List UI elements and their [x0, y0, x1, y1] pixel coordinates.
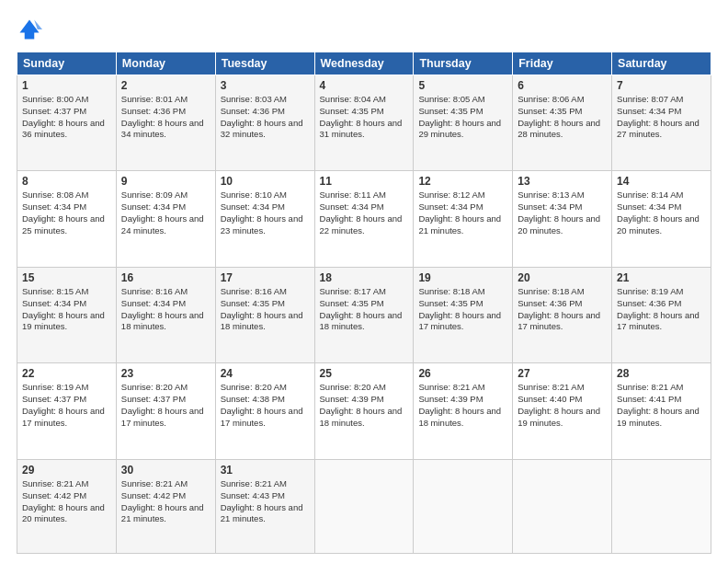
- sunrise-label: Sunrise: 8:17 AM: [320, 286, 386, 296]
- day-number: 13: [518, 175, 607, 188]
- cell-info: Sunrise: 8:18 AM Sunset: 4:36 PM Dayligh…: [518, 286, 607, 333]
- sunset-label: Sunset: 4:36 PM: [121, 106, 186, 116]
- day-number: 14: [617, 175, 706, 188]
- daylight-label: Daylight: 8 hours and 31 minutes.: [320, 118, 403, 140]
- sunrise-label: Sunrise: 8:03 AM: [221, 94, 287, 104]
- sunset-label: Sunset: 4:34 PM: [121, 298, 186, 308]
- calendar-cell: 12 Sunrise: 8:12 AM Sunset: 4:34 PM Dayl…: [414, 171, 513, 267]
- sunrise-label: Sunrise: 8:21 AM: [617, 382, 683, 392]
- cell-info: Sunrise: 8:09 AM Sunset: 4:34 PM Dayligh…: [121, 190, 210, 236]
- calendar-cell: 9 Sunrise: 8:09 AM Sunset: 4:34 PM Dayli…: [116, 171, 215, 267]
- sunrise-label: Sunrise: 8:19 AM: [22, 382, 88, 392]
- daylight-label: Daylight: 8 hours and 22 minutes.: [320, 213, 403, 236]
- cell-info: Sunrise: 8:16 AM Sunset: 4:34 PM Dayligh…: [121, 286, 210, 333]
- calendar-cell: 8 Sunrise: 8:08 AM Sunset: 4:34 PM Dayli…: [17, 171, 117, 267]
- calendar-cell: 24 Sunrise: 8:20 AM Sunset: 4:38 PM Dayl…: [215, 363, 314, 459]
- day-number: 7: [617, 79, 706, 92]
- sunset-label: Sunset: 4:42 PM: [22, 490, 86, 500]
- sunrise-label: Sunrise: 8:21 AM: [121, 478, 188, 488]
- sunset-label: Sunset: 4:39 PM: [320, 394, 384, 404]
- cell-info: Sunrise: 8:14 AM Sunset: 4:34 PM Dayligh…: [617, 190, 706, 236]
- cell-info: Sunrise: 8:20 AM Sunset: 4:38 PM Dayligh…: [221, 382, 310, 429]
- cell-info: Sunrise: 8:21 AM Sunset: 4:40 PM Dayligh…: [518, 382, 607, 429]
- weekday-header-monday: Monday: [116, 52, 215, 75]
- sunrise-label: Sunrise: 8:11 AM: [320, 190, 386, 200]
- daylight-label: Daylight: 8 hours and 28 minutes.: [518, 118, 600, 140]
- cell-info: Sunrise: 8:21 AM Sunset: 4:39 PM Dayligh…: [418, 382, 507, 429]
- calendar-cell: 19 Sunrise: 8:18 AM Sunset: 4:35 PM Dayl…: [414, 267, 513, 362]
- sunrise-label: Sunrise: 8:21 AM: [221, 478, 287, 488]
- cell-info: Sunrise: 8:08 AM Sunset: 4:34 PM Dayligh…: [22, 190, 111, 236]
- calendar-cell: 15 Sunrise: 8:15 AM Sunset: 4:34 PM Dayl…: [17, 267, 117, 362]
- sunset-label: Sunset: 4:34 PM: [617, 201, 681, 212]
- calendar-cell: 20 Sunrise: 8:18 AM Sunset: 4:36 PM Dayl…: [513, 267, 612, 362]
- daylight-label: Daylight: 8 hours and 20 minutes.: [617, 213, 700, 236]
- day-number: 16: [121, 271, 210, 284]
- sunset-label: Sunset: 4:37 PM: [22, 394, 86, 404]
- cell-info: Sunrise: 8:15 AM Sunset: 4:34 PM Dayligh…: [22, 286, 111, 333]
- calendar-cell: 18 Sunrise: 8:17 AM Sunset: 4:35 PM Dayl…: [314, 267, 414, 362]
- cell-info: Sunrise: 8:20 AM Sunset: 4:37 PM Dayligh…: [121, 382, 210, 429]
- calendar-cell: [513, 459, 612, 553]
- sunrise-label: Sunrise: 8:05 AM: [418, 94, 484, 104]
- sunrise-label: Sunrise: 8:21 AM: [518, 382, 584, 392]
- sunset-label: Sunset: 4:39 PM: [418, 394, 483, 404]
- sunrise-label: Sunrise: 8:16 AM: [121, 286, 188, 296]
- calendar-cell: 25 Sunrise: 8:20 AM Sunset: 4:39 PM Dayl…: [314, 363, 414, 459]
- sunset-label: Sunset: 4:37 PM: [22, 106, 86, 116]
- sunset-label: Sunset: 4:34 PM: [418, 201, 483, 212]
- sunrise-label: Sunrise: 8:07 AM: [617, 94, 683, 104]
- cell-info: Sunrise: 8:11 AM Sunset: 4:34 PM Dayligh…: [320, 190, 409, 236]
- sunset-label: Sunset: 4:37 PM: [121, 394, 186, 404]
- daylight-label: Daylight: 8 hours and 25 minutes.: [22, 213, 105, 236]
- daylight-label: Daylight: 8 hours and 27 minutes.: [617, 118, 700, 140]
- daylight-label: Daylight: 8 hours and 20 minutes.: [22, 502, 105, 524]
- sunset-label: Sunset: 4:42 PM: [121, 490, 186, 500]
- calendar-cell: 3 Sunrise: 8:03 AM Sunset: 4:36 PM Dayli…: [215, 75, 314, 171]
- daylight-label: Daylight: 8 hours and 18 minutes.: [221, 310, 303, 332]
- sunset-label: Sunset: 4:34 PM: [617, 106, 681, 116]
- sunrise-label: Sunrise: 8:13 AM: [518, 190, 584, 200]
- sunrise-label: Sunrise: 8:09 AM: [121, 190, 188, 200]
- sunrise-label: Sunrise: 8:04 AM: [320, 94, 386, 104]
- cell-info: Sunrise: 8:07 AM Sunset: 4:34 PM Dayligh…: [617, 94, 706, 141]
- daylight-label: Daylight: 8 hours and 18 minutes.: [320, 406, 403, 428]
- day-number: 20: [518, 271, 607, 284]
- daylight-label: Daylight: 8 hours and 21 minutes.: [121, 502, 204, 524]
- daylight-label: Daylight: 8 hours and 21 minutes.: [221, 502, 303, 524]
- daylight-label: Daylight: 8 hours and 29 minutes.: [418, 118, 501, 140]
- sunset-label: Sunset: 4:35 PM: [320, 298, 384, 308]
- daylight-label: Daylight: 8 hours and 18 minutes.: [418, 406, 501, 428]
- logo: [17, 17, 46, 42]
- sunrise-label: Sunrise: 8:08 AM: [22, 190, 88, 200]
- calendar-cell: 28 Sunrise: 8:21 AM Sunset: 4:41 PM Dayl…: [612, 363, 711, 459]
- calendar-cell: [414, 459, 513, 553]
- day-number: 8: [22, 175, 111, 188]
- sunrise-label: Sunrise: 8:19 AM: [617, 286, 683, 296]
- cell-info: Sunrise: 8:05 AM Sunset: 4:35 PM Dayligh…: [418, 94, 507, 141]
- sunset-label: Sunset: 4:36 PM: [518, 298, 582, 308]
- cell-info: Sunrise: 8:00 AM Sunset: 4:37 PM Dayligh…: [22, 94, 111, 141]
- cell-info: Sunrise: 8:21 AM Sunset: 4:43 PM Dayligh…: [221, 478, 310, 525]
- day-number: 30: [121, 464, 210, 477]
- daylight-label: Daylight: 8 hours and 18 minutes.: [121, 310, 204, 332]
- sunset-label: Sunset: 4:35 PM: [418, 106, 483, 116]
- calendar-cell: 23 Sunrise: 8:20 AM Sunset: 4:37 PM Dayl…: [116, 363, 215, 459]
- sunrise-label: Sunrise: 8:06 AM: [518, 94, 584, 104]
- calendar-cell: 7 Sunrise: 8:07 AM Sunset: 4:34 PM Dayli…: [612, 75, 711, 171]
- day-number: 1: [22, 79, 111, 92]
- day-number: 24: [221, 367, 310, 380]
- calendar-cell: 31 Sunrise: 8:21 AM Sunset: 4:43 PM Dayl…: [215, 459, 314, 553]
- day-number: 19: [418, 271, 507, 284]
- day-number: 2: [121, 79, 210, 92]
- sunset-label: Sunset: 4:34 PM: [320, 201, 384, 212]
- daylight-label: Daylight: 8 hours and 24 minutes.: [121, 213, 204, 236]
- cell-info: Sunrise: 8:04 AM Sunset: 4:35 PM Dayligh…: [320, 94, 409, 141]
- day-number: 3: [221, 79, 310, 92]
- sunrise-label: Sunrise: 8:21 AM: [418, 382, 484, 392]
- calendar-cell: 4 Sunrise: 8:04 AM Sunset: 4:35 PM Dayli…: [314, 75, 414, 171]
- sunset-label: Sunset: 4:34 PM: [121, 201, 186, 212]
- day-number: 18: [320, 271, 409, 284]
- daylight-label: Daylight: 8 hours and 36 minutes.: [22, 118, 105, 140]
- daylight-label: Daylight: 8 hours and 17 minutes.: [518, 310, 600, 332]
